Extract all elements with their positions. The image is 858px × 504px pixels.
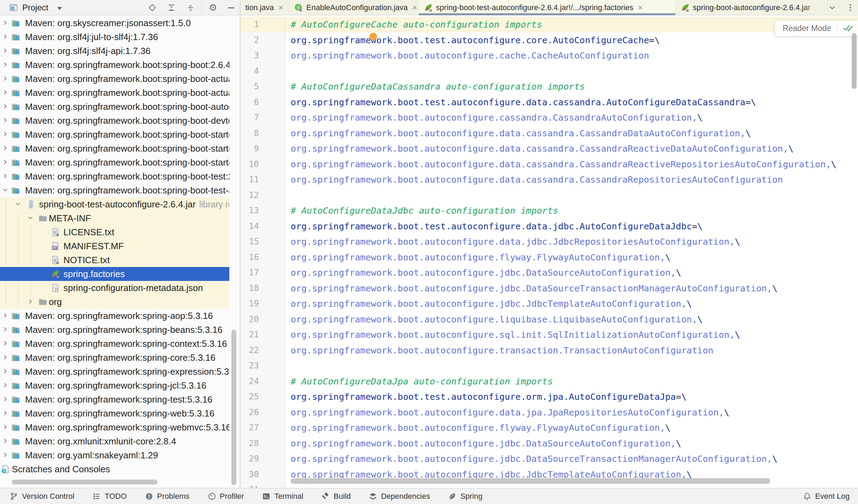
code-line[interactable]: 26org.springframework.boot.autoconfigure… [240, 405, 858, 420]
editor-tab-active[interactable]: spring-boot-test-autoconfigure-2.6.4.jar… [419, 0, 676, 15]
tree-row[interactable]: {spring-configuration-metadata.json [0, 281, 229, 295]
tree-row[interactable]: Maven: org.slf4j:slf4j-api:1.7.36 [0, 44, 229, 58]
code-line[interactable]: 21org.springframework.boot.autoconfigure… [240, 327, 858, 343]
project-tool-window-title[interactable]: Project [22, 0, 48, 15]
code-line[interactable]: 27org.springframework.boot.autoconfigure… [240, 420, 858, 436]
status-item-todo[interactable]: TODO [92, 492, 127, 501]
chevron-right-icon[interactable] [1, 158, 10, 167]
tree-vertical-scrollbar[interactable] [231, 330, 236, 485]
code-line[interactable]: 17org.springframework.boot.autoconfigure… [240, 265, 858, 281]
tree-row-selected[interactable]: spring.factories [0, 267, 229, 281]
code-line[interactable]: 29org.springframework.boot.autoconfigure… [240, 451, 858, 467]
tree-row[interactable]: Maven: org.springframework:spring-core:5… [0, 351, 229, 365]
hide-panel-icon[interactable] [227, 3, 236, 12]
close-icon[interactable]: × [278, 3, 283, 13]
code-line[interactable]: 13# AutoConfigureDataJdbc auto-configura… [240, 203, 858, 219]
chevron-right-icon[interactable] [1, 339, 10, 348]
tree-row[interactable]: spring-boot-test-autoconfigure-2.6.4.jar… [0, 197, 229, 211]
code-line[interactable]: 1# AutoConfigureCache auto-configuration… [240, 17, 858, 32]
editor-pane[interactable]: 1# AutoConfigureCache auto-configuration… [240, 15, 858, 488]
chevron-right-icon[interactable] [1, 33, 10, 41]
chevron-right-icon[interactable] [1, 353, 10, 362]
tree-row[interactable]: META-INF [0, 211, 229, 225]
collapse-all-icon[interactable] [186, 3, 195, 12]
tab-list-chevron-icon[interactable] [828, 3, 837, 12]
code-line[interactable]: 24# AutoConfigureDataJpa auto-configurat… [240, 374, 858, 389]
kebab-menu-icon[interactable] [846, 3, 855, 12]
tree-row[interactable]: org [0, 295, 229, 309]
close-icon[interactable]: × [412, 3, 417, 13]
chevron-right-icon[interactable] [26, 298, 35, 306]
tree-horizontal-scrollbar[interactable] [12, 480, 158, 484]
intention-bulb-icon[interactable] [368, 32, 378, 43]
editor-vertical-scrollbar[interactable] [852, 33, 857, 89]
code-line[interactable]: 12 [240, 188, 858, 203]
tree-row[interactable]: Maven: org.springframework.boot:spring-b… [0, 72, 229, 86]
code-line[interactable]: 19org.springframework.boot.autoconfigure… [240, 296, 858, 312]
tree-row[interactable]: Scratches and Consoles [0, 462, 229, 476]
editor-tab[interactable]: @EnableAutoConfiguration.java× [289, 0, 419, 15]
status-item-event-log[interactable]: Event Log [803, 492, 850, 501]
tree-row[interactable]: NOTICE.txt [0, 253, 229, 267]
status-item-dependencies[interactable]: Dependencies [369, 492, 430, 501]
code-line[interactable]: 5# AutoConfigureDataCassandra auto-confi… [240, 79, 858, 94]
code-line[interactable]: 7org.springframework.boot.autoconfigure.… [240, 110, 858, 125]
settings-gear-icon[interactable]: ⚙ [208, 3, 217, 12]
reader-mode-toast[interactable]: Reader Mode [775, 20, 858, 36]
chevron-down-icon[interactable] [26, 214, 35, 222]
tree-row[interactable]: MFMANIFEST.MF [0, 239, 229, 253]
status-item-build[interactable]: Build [321, 492, 351, 501]
chevron-right-icon[interactable] [1, 116, 10, 125]
chevron-right-icon[interactable] [1, 75, 10, 83]
tree-row[interactable]: Maven: org.springframework.boot:spring-b… [0, 58, 229, 72]
chevron-right-icon[interactable] [1, 47, 10, 55]
status-item-version-control[interactable]: Version Control [10, 492, 74, 501]
code-line[interactable]: 22org.springframework.boot.autoconfigure… [240, 343, 858, 358]
code-line[interactable]: 6org.springframework.boot.test.autoconfi… [240, 94, 858, 110]
chevron-right-icon[interactable] [1, 144, 10, 153]
chevron-right-icon[interactable] [1, 102, 10, 111]
status-item-problems[interactable]: Problems [145, 492, 190, 501]
tree-row[interactable]: Maven: org.springframework:spring-expres… [0, 365, 229, 379]
tree-row[interactable]: Maven: org.springframework.boot:spring-b… [0, 155, 229, 169]
code-line[interactable]: 9org.springframework.boot.autoconfigure.… [240, 141, 858, 156]
code-line[interactable]: 8org.springframework.boot.autoconfigure.… [240, 125, 858, 141]
chevron-down-icon[interactable] [14, 200, 22, 208]
code-line[interactable]: 28org.springframework.boot.autoconfigure… [240, 436, 858, 451]
code-line[interactable]: 14org.springframework.boot.test.autoconf… [240, 219, 858, 234]
chevron-right-icon[interactable] [1, 89, 10, 97]
chevron-right-icon[interactable] [1, 326, 10, 334]
tree-row[interactable]: Maven: org.xmlunit:xmlunit-core:2.8.4 [0, 434, 229, 448]
tree-row[interactable]: Maven: org.springframework:spring-webmvc… [0, 420, 229, 434]
code-line[interactable]: 16org.springframework.boot.autoconfigure… [240, 250, 858, 265]
chevron-right-icon[interactable] [1, 19, 10, 27]
editor-tab[interactable]: spring-boot-autoconfigure-2.6.4.jar [676, 0, 828, 15]
code-line[interactable]: 20org.springframework.boot.autoconfigure… [240, 312, 858, 327]
code-line[interactable]: 11org.springframework.boot.autoconfigure… [240, 172, 858, 188]
code-line[interactable]: 18org.springframework.boot.autoconfigure… [240, 281, 858, 296]
chevron-right-icon[interactable] [1, 395, 10, 404]
tree-row[interactable]: Maven: org.yaml:snakeyaml:1.29 [0, 448, 229, 462]
tree-row[interactable]: Maven: org.springframework:spring-beans:… [0, 323, 229, 337]
tree-row[interactable]: Maven: org.springframework:spring-web:5.… [0, 406, 229, 420]
tree-row[interactable]: Maven: org.springframework.boot:spring-b… [0, 128, 229, 142]
chevron-right-icon[interactable] [1, 451, 10, 459]
close-icon[interactable]: × [638, 3, 643, 13]
tree-row[interactable]: Maven: org.springframework.boot:spring-b… [0, 169, 229, 183]
reader-mode-check-icon[interactable] [843, 22, 853, 34]
code-line[interactable]: 2org.springframework.boot.test.autoconfi… [240, 32, 858, 48]
chevron-right-icon[interactable] [1, 437, 10, 445]
expand-all-icon[interactable] [167, 3, 176, 12]
tree-row[interactable]: Maven: org.springframework.boot:spring-b… [0, 142, 229, 155]
chevron-down-icon[interactable] [57, 7, 62, 10]
chevron-right-icon[interactable] [1, 312, 10, 320]
chevron-right-icon[interactable] [1, 172, 10, 181]
chevron-right-icon[interactable] [1, 367, 10, 376]
code-line[interactable]: 15org.springframework.boot.autoconfigure… [240, 234, 858, 250]
locate-icon[interactable] [148, 3, 157, 12]
status-item-terminal[interactable]: Terminal [262, 492, 303, 501]
tree-row[interactable]: LICENSE.txt [0, 225, 229, 239]
chevron-right-icon[interactable] [1, 409, 10, 418]
tree-row[interactable]: Maven: org.springframework.boot:spring-b… [0, 86, 229, 100]
tree-row[interactable]: Maven: org.springframework:spring-jcl:5.… [0, 379, 229, 392]
